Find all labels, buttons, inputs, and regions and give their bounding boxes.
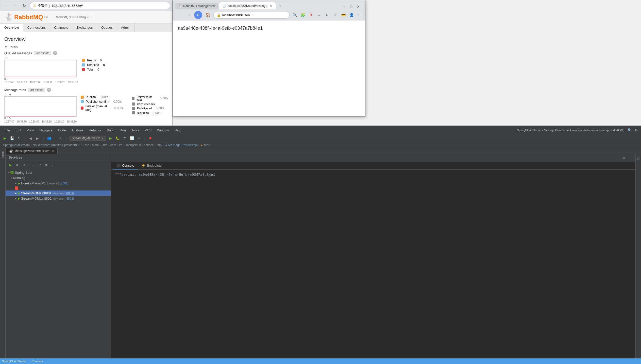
menu-help[interactable]: Help [172,127,184,133]
bc-springcloudstream[interactable]: SpringCloudStream [3,143,30,147]
new-tab-button[interactable]: + [277,2,284,9]
stream8801-port[interactable]: :8801/ [65,192,74,195]
back-button[interactable]: ← [2,2,9,9]
profile-button[interactable]: 👤 [348,11,355,19]
menu-file[interactable]: File [2,127,12,133]
run-config-run[interactable]: ▶ [108,135,113,141]
eureka-port[interactable]: :7001/ [60,182,68,185]
svc-restart-button[interactable]: ↺ [21,162,26,168]
sync-button[interactable]: ↻ [324,11,331,19]
svc-filter-button[interactable]: ▽ [37,162,42,168]
svc-add-button[interactable]: + [50,162,56,168]
tree-eureka[interactable]: ▶ ▶ EurekaMain7001 [devtools] :7001/ [6,181,111,186]
extensions-button[interactable]: 🧩 [299,11,306,19]
settings-button[interactable]: ⚙ [633,127,639,133]
search-everywhere-button[interactable]: 🔍 [627,127,632,133]
nav-queues[interactable]: Queues [97,24,117,32]
coverage-button[interactable]: ☂ [122,135,127,141]
minimize-button[interactable]: − [341,4,347,9]
url-bar[interactable]: ⚠ 不安全 | 192.168.2.4:15672/#/ [30,2,170,9]
bc-main[interactable]: main [92,143,99,147]
svc-settings-button[interactable]: ≡ [43,162,49,168]
stop-eureka-button[interactable] [15,186,18,190]
back-nav-button[interactable]: ← [175,11,183,19]
tab-console[interactable]: ⬛ Console [113,162,138,169]
stop-button[interactable]: ■ [148,135,153,141]
panel-settings-button[interactable]: ⚙ [621,155,627,161]
forward-button[interactable]: → [11,2,19,9]
forward-file-button[interactable]: ▶ [35,135,40,141]
tab-endpoints[interactable]: ⚡ Endpoints [138,162,165,169]
tree-stream8801[interactable]: ▶ ▶ StreamMQMain8801 [devtools] :8801/ [6,190,111,196]
nav-channels[interactable]: Channels [50,24,72,32]
svc-stop-all-button[interactable]: ⏸ [14,162,20,168]
bc-messageproviderimpl[interactable]: MessageProviderImpl [168,143,198,147]
rates-help-icon[interactable]: ? [47,88,51,92]
nav-exchanges[interactable]: Exchanges [72,24,97,32]
last-minute-badge[interactable]: last minute [34,51,51,55]
home-button[interactable]: 🏠 [204,11,212,19]
tree-stream8802[interactable]: ▶ ▶ StreamMQMain8802 [devtools] :8802/ [6,196,111,201]
bookmark-button[interactable]: ☆ [332,11,339,19]
more-button[interactable]: ⋯ [356,11,363,19]
database-tab-icon[interactable]: DB [636,155,641,161]
active-tab[interactable]: 📄 localhost:8801/sendMessage ✕ [219,2,276,9]
rates-last-minute-badge[interactable]: last minute [28,88,45,92]
wallet-button[interactable]: 💳 [340,11,347,19]
people-button[interactable]: 👥 [46,135,52,141]
refresh-button[interactable]: ↻ [21,2,28,9]
svc-group-button[interactable]: ⊞ [30,162,36,168]
bc-springcloud[interactable]: springcloud [125,143,141,147]
back-tab[interactable]: 🐇 RabbitMQ Management [175,3,218,9]
nav-overview[interactable]: Overview [0,24,23,32]
stream8802-port[interactable]: :8802/ [65,197,74,200]
more-run-button[interactable]: ▾ [136,135,142,141]
sync-button[interactable]: ↻ [16,135,22,141]
search-browser-button[interactable]: 🔍 [291,11,298,19]
run-config-selector[interactable]: StreamMQMain8802 ▼ [70,136,106,141]
project-tab-icon[interactable]: Project [1,150,5,160]
menu-navigate[interactable]: Navigate [37,127,55,133]
active-file-tab[interactable]: ☕ MessageProviderImpl.java ✕ [6,148,58,154]
filter-button[interactable]: ▽ [315,11,323,19]
menu-build[interactable]: Build [104,127,117,133]
menu-run[interactable]: Run [117,127,128,133]
nav-admin[interactable]: Admin [117,24,135,32]
tree-spring-boot[interactable]: ▾ 🌿 Spring Boot [6,170,111,175]
panel-minimize-button[interactable]: — [628,155,633,161]
help-icon[interactable]: ? [53,51,57,55]
maximize-button[interactable]: □ [348,4,354,9]
bc-send[interactable]: send [204,143,210,147]
svc-run-button[interactable]: ▶ [8,162,13,168]
bc-impl[interactable]: impl [157,143,162,147]
close-file-tab[interactable]: ✕ [52,150,54,152]
menu-code[interactable]: Code [56,127,69,133]
menu-edit[interactable]: Edit [13,127,24,133]
back-file-button[interactable]: ◀ [28,135,33,141]
profile-button[interactable]: 📊 [129,135,134,141]
menu-window[interactable]: Window [155,127,171,133]
tab-close-button[interactable]: ✕ [269,4,273,8]
tree-running[interactable]: ▾ Running [6,175,111,181]
bc-com[interactable]: com [110,143,116,147]
refresh-nav-button[interactable]: ↻ [194,11,202,19]
bc-java[interactable]: java [102,143,107,147]
menu-analyze[interactable]: Analyze [69,127,86,133]
bc-service[interactable]: service [144,143,154,147]
bc-provider8801[interactable]: cloud-stream-rabbitmq-provider8801 [33,143,82,147]
debug-button[interactable]: 🐛 [115,135,120,141]
nav-connections[interactable]: Connections [23,24,50,32]
run-button[interactable]: ▶ [2,135,8,141]
bc-src[interactable]: src [85,143,89,147]
brave-icon-button[interactable]: B [307,11,314,19]
menu-view[interactable]: View [24,127,36,133]
save-button[interactable]: 💾 [9,135,15,141]
bc-zb[interactable]: zb [119,143,123,147]
menu-vcs[interactable]: VCS [142,127,154,133]
forward-nav-button[interactable]: → [184,11,193,19]
menu-tools[interactable]: Tools [129,127,142,133]
close-window-button[interactable]: ✕ [356,4,361,9]
url-bar-front[interactable]: 🔒 localhost:8801/sen... [213,12,290,19]
cursor-button[interactable]: ↖ [58,135,63,141]
menu-refactor[interactable]: Refactor [86,127,104,133]
